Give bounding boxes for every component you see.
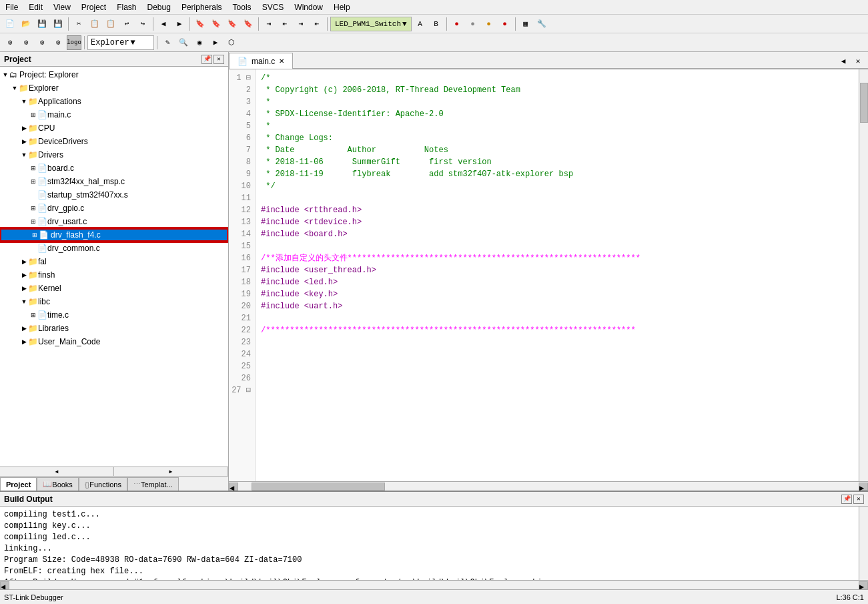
horiz-scroll-left-button[interactable]: ◀ [229,483,238,491]
expand-dd-icon[interactable]: ▶ [20,138,28,145]
menu-peripherals[interactable]: Peripherals [179,2,225,13]
expand-startup-icon[interactable] [29,192,37,198]
t2-btn8[interactable]: ◉ [192,35,207,50]
tree-item-applications[interactable]: ▼ 📁 Applications [0,95,228,108]
expand-common-icon[interactable] [29,245,37,252]
expand-cpu-icon[interactable]: ▶ [20,125,28,131]
indent-button[interactable]: ⇥ [262,17,276,31]
tab-templates[interactable]: ⋯ Templat... [127,477,179,491]
view-toggle-button[interactable]: ▦ [518,17,533,31]
horiz-scrollbar[interactable]: ◀ ▶ [229,481,868,491]
build-scroll-right-button[interactable]: ▶ [859,581,868,589]
expand-time-icon[interactable]: ⊞ [29,312,37,318]
expand-libc-icon[interactable]: ▼ [20,298,28,305]
tree-item-finsh[interactable]: ▶ 📁 finsh [0,268,228,282]
tree-item-startup[interactable]: 📄 startup_stm32f407xx.s [0,188,228,202]
t2-btn1[interactable]: ⚙ [3,35,17,50]
bookmark3-button[interactable]: 🔖 [225,17,240,31]
paste-button[interactable]: 📋 [103,17,118,31]
build-close-button[interactable]: ✕ [853,495,864,504]
circle-red[interactable]: ● [450,17,464,31]
tree-item-drv-usart[interactable]: ⊞ 📄 drv_usart.c [0,215,228,228]
expand-apps-icon[interactable]: ▼ [20,98,28,105]
expand-flash-icon[interactable]: ⊞ [31,232,39,238]
horiz-scroll-right-button[interactable]: ▶ [859,483,868,491]
expand-gpio-icon[interactable]: ⊞ [29,205,37,212]
t2-btn6[interactable]: ✎ [160,35,175,50]
unindent2-button[interactable]: ⇤ [310,17,324,31]
tree-item-board-c[interactable]: ⊞ 📄 board.c [0,162,228,175]
tree-item-time-c[interactable]: ⊞ 📄 time.c [0,308,228,322]
panel-pin-button[interactable]: 📌 [201,55,212,64]
circle-orange[interactable]: ● [482,17,496,31]
tree-item-user-main[interactable]: ▶ 📁 User_Main_Code [0,335,228,348]
t2-btn5[interactable]: logo [67,35,81,50]
expand-hal-icon[interactable]: ⊞ [29,178,37,185]
menu-debug[interactable]: Debug [145,2,173,13]
circle-grey[interactable]: ● [466,17,480,31]
code-content[interactable]: /* * Copyright (c) 2006-2018, RT-Thread … [256,69,859,481]
menu-window[interactable]: Window [292,2,326,13]
expand-root-icon[interactable]: ▼ [1,71,9,78]
cut-button[interactable]: ✂ [71,17,86,31]
circle-red2[interactable]: ● [498,17,512,31]
expand-main-icon[interactable]: ⊞ [29,111,37,118]
build-horiz-scrollbar[interactable]: ◀ ▶ [0,580,868,589]
menu-view[interactable]: View [51,2,73,13]
tree-item-kernel[interactable]: ▶ 📁 Kernel [0,282,228,295]
tab-books[interactable]: 📖 Books [37,477,79,491]
expand-drivers-icon[interactable]: ▼ [20,152,28,158]
panel-close-button[interactable]: ✕ [213,55,224,64]
tree-item-drv-flash[interactable]: ⊞ 📄 drv_flash_f4.c [0,228,228,242]
editor-scrollbar[interactable] [859,69,868,481]
tree-item-explorer[interactable]: ▼ 📁 Explorer [0,81,228,95]
nav-fwd-button[interactable]: ▶ [172,17,187,31]
open-button[interactable]: 📂 [19,17,33,31]
menu-flash[interactable]: Flash [114,2,139,13]
menu-svcs[interactable]: SVCS [260,2,287,13]
tree-item-main-c[interactable]: ⊞ 📄 main.c [0,108,228,121]
expand-lib-icon[interactable]: ▶ [20,325,28,332]
menu-help[interactable]: Help [331,2,353,13]
t2-btn7[interactable]: 🔍 [176,35,191,50]
t2-btn4[interactable]: ⚙ [51,35,65,50]
editor-tab-main-c[interactable]: 📄 main.c ✕ [229,53,293,69]
tree-item-cpu[interactable]: ▶ 📁 CPU [0,121,228,135]
tab-nav-close-button[interactable]: ✕ [851,53,865,68]
expand-board-icon[interactable]: ⊞ [29,165,37,172]
t2-btn2[interactable]: ⚙ [19,35,33,50]
tree-right-button[interactable]: ▶ [114,467,228,476]
explorer-dropdown[interactable]: Explorer ▼ [87,35,154,50]
tree-item-drivers[interactable]: ▼ 📁 Drivers [0,148,228,162]
build-scrollbar[interactable] [859,507,868,580]
undo-button[interactable]: ↩ [119,17,134,31]
tree-item-drv-gpio[interactable]: ⊞ 📄 drv_gpio.c [0,202,228,215]
tree-left-button[interactable]: ◀ [0,467,114,476]
copy-button[interactable]: 📋 [87,17,102,31]
t2-btn9[interactable]: ▶ [208,35,223,50]
horiz-scroll-thumb[interactable] [252,483,385,491]
tree-item-fal[interactable]: ▶ 📁 fal [0,255,228,268]
tree-item-libc[interactable]: ▼ 📁 libc [0,295,228,308]
tree-item-hal-msp[interactable]: ⊞ 📄 stm32f4xx_hal_msp.c [0,175,228,188]
tree-item-devicedrivers[interactable]: ▶ 📁 DeviceDrivers [0,135,228,148]
tab-close-button[interactable]: ✕ [279,57,284,65]
tab-project[interactable]: Project [0,477,37,491]
build-pin-button[interactable]: 📌 [841,495,852,504]
nav-back-button[interactable]: ◀ [156,17,171,31]
tree-item-root[interactable]: ▼ 🗂 Project: Explorer [0,68,228,81]
redo-button[interactable]: ↪ [135,17,150,31]
indent2-button[interactable]: ⇥ [294,17,308,31]
bookmark-button[interactable]: 🔖 [193,17,207,31]
menu-project[interactable]: Project [79,2,109,13]
expand-finsh-icon[interactable]: ▶ [20,272,28,278]
expand-fal-icon[interactable]: ▶ [20,258,28,265]
settings-button[interactable]: 🔧 [534,17,549,31]
menu-file[interactable]: File [3,2,21,13]
tb-btn-a[interactable]: A [413,17,428,31]
bookmark2-button[interactable]: 🔖 [209,17,224,31]
save-button[interactable]: 💾 [35,17,49,31]
expand-user-icon[interactable]: ▶ [20,338,28,345]
build-scroll-left-button[interactable]: ◀ [0,581,9,589]
save-all-button[interactable]: 💾 [51,17,65,31]
